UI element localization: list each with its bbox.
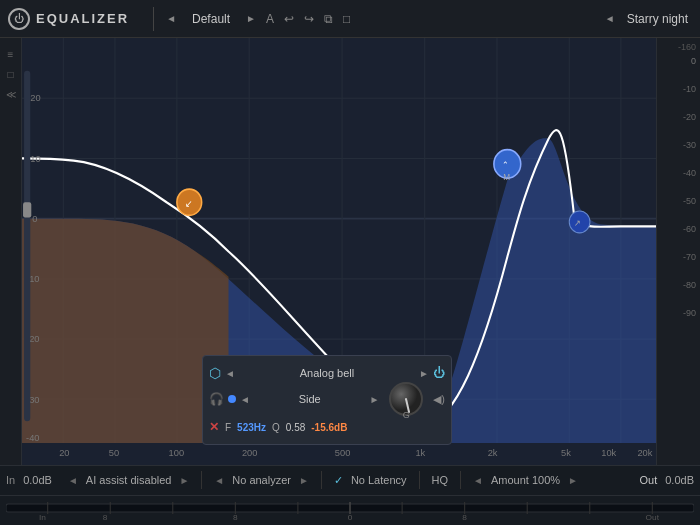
freq-value: 523Hz [237, 422, 266, 433]
freq-label: F [225, 422, 231, 433]
amount-prev[interactable]: ◄ [473, 475, 483, 486]
header-icon-e[interactable]: □ [341, 10, 352, 28]
svg-text:8: 8 [233, 513, 238, 520]
meter-svg: In 8 8 0 8 Out [6, 500, 694, 520]
logo-icon: ⏻ [8, 8, 30, 30]
close-band-btn[interactable]: ✕ [209, 420, 219, 434]
scale-label-20: -20 [657, 112, 700, 140]
volume-icon[interactable]: ◀) [433, 393, 445, 406]
starry-prev-arrow[interactable]: ◄ [601, 11, 619, 26]
amount-next[interactable]: ► [568, 475, 578, 486]
filter-type-icon[interactable]: ⬡ [209, 365, 221, 381]
preset-label: Default [184, 12, 238, 26]
scale-label-70: -70 [657, 252, 700, 280]
hq-label[interactable]: HQ [432, 474, 449, 486]
out-value: 0.0dB [665, 474, 694, 486]
filter-next[interactable]: ► [419, 368, 429, 379]
separator-4 [460, 471, 461, 489]
svg-text:100: 100 [169, 447, 184, 458]
svg-text:Out: Out [646, 513, 660, 520]
headphone-icon[interactable]: 🎧 [209, 392, 224, 406]
channel-label: Side [254, 393, 366, 405]
preset-nav: ◄ Default ► [162, 11, 260, 26]
header-icon-b[interactable]: ↩ [282, 10, 296, 28]
header: ⏻ EQUALIZER ◄ Default ► A ↩ ↪ ⧉ □ ◄ Star… [0, 0, 700, 38]
svg-text:0: 0 [348, 513, 353, 520]
header-action-icons: A ↩ ↪ ⧉ □ [264, 10, 352, 28]
analyzer-prev[interactable]: ◄ [214, 475, 224, 486]
channel-next[interactable]: ► [369, 394, 379, 405]
gain-slider-thumb[interactable] [23, 202, 31, 217]
app-title: EQUALIZER [36, 11, 129, 26]
filter-type-label: Analog bell [239, 367, 415, 379]
latency-label: No Latency [351, 474, 407, 486]
ai-prev-arrow[interactable]: ◄ [68, 475, 78, 486]
svg-text:1k: 1k [415, 447, 425, 458]
q-value: 0.58 [286, 422, 305, 433]
header-divider [153, 7, 154, 31]
svg-text:8: 8 [462, 513, 467, 520]
scale-label-90: -90 [657, 308, 700, 336]
analyzer-label: No analyzer [232, 474, 291, 486]
gain-knob[interactable]: G [387, 380, 425, 418]
bottom-bar: In 0.0dB ◄ AI assist disabled ► ◄ No ana… [0, 465, 700, 525]
db-value: -15.6dB [311, 422, 347, 433]
starry-preset-name: Starry night [623, 12, 692, 26]
meter-row: In 8 8 0 8 Out [0, 496, 700, 525]
in-label: In [6, 474, 15, 486]
svg-text:-40: -40 [26, 432, 39, 443]
left-controls: ≡ □ ≪ [0, 38, 22, 465]
separator-1 [201, 471, 202, 489]
separator-2 [321, 471, 322, 489]
svg-text:8: 8 [103, 513, 108, 520]
svg-text:⌃: ⌃ [502, 160, 510, 170]
svg-text:5k: 5k [561, 447, 571, 458]
band-popup-panel: ⬡ ◄ Analog bell ► ⏻ 🎧 ◄ Side ► [202, 355, 452, 445]
header-icon-a[interactable]: A [264, 10, 276, 28]
logo: ⏻ EQUALIZER [8, 8, 129, 30]
left-btn-1[interactable]: ≡ [3, 46, 19, 62]
svg-text:200: 200 [242, 447, 257, 458]
svg-text:↗: ↗ [574, 218, 582, 228]
scale-label-10: -10 [657, 84, 700, 112]
ai-next-arrow[interactable]: ► [179, 475, 189, 486]
popup-row-2: 🎧 ◄ Side ► [209, 388, 445, 410]
filter-power-btn[interactable]: ⏻ [433, 366, 445, 380]
separator-3 [419, 471, 420, 489]
knob-label: G [403, 410, 410, 420]
q-label: Q [272, 422, 280, 433]
svg-text:10: 10 [30, 152, 40, 163]
main-container: ≡ □ ≪ [0, 38, 700, 465]
scale-label-0: 0 [657, 56, 700, 84]
filter-prev[interactable]: ◄ [225, 368, 235, 379]
gain-slider-track [24, 71, 30, 421]
svg-text:2k: 2k [488, 447, 498, 458]
svg-text:0: 0 [32, 213, 37, 224]
scale-label-60: -60 [657, 224, 700, 252]
preset-next-arrow[interactable]: ► [242, 11, 260, 26]
ai-label: AI assist disabled [86, 474, 172, 486]
header-icon-d[interactable]: ⧉ [322, 10, 335, 28]
channel-color-dot [228, 395, 236, 403]
left-btn-2[interactable]: □ [3, 66, 19, 82]
svg-text:50: 50 [109, 447, 119, 458]
scale-label-160: -160 [657, 42, 700, 56]
bottom-status-row: In 0.0dB ◄ AI assist disabled ► ◄ No ana… [0, 466, 700, 496]
app-window: ⏻ EQUALIZER ◄ Default ► A ↩ ↪ ⧉ □ ◄ Star… [0, 0, 700, 525]
svg-text:↙: ↙ [185, 197, 193, 208]
left-btn-3[interactable]: ≪ [3, 86, 19, 102]
eq-area[interactable]: 20 10 0 -10 -20 -30 -40 20 50 100 200 50… [22, 38, 656, 465]
channel-prev[interactable]: ◄ [240, 394, 250, 405]
scale-label-80: -80 [657, 280, 700, 308]
analyzer-next[interactable]: ► [299, 475, 309, 486]
preset-prev-arrow[interactable]: ◄ [162, 11, 180, 26]
in-value: 0.0dB [23, 474, 52, 486]
latency-check: ✓ [334, 474, 343, 487]
scale-label-50: -50 [657, 196, 700, 224]
svg-text:20: 20 [59, 447, 69, 458]
svg-text:10k: 10k [601, 447, 616, 458]
scale-label-30: -30 [657, 140, 700, 168]
header-right: ◄ Starry night [601, 11, 692, 26]
header-icon-c[interactable]: ↪ [302, 10, 316, 28]
svg-text:20: 20 [30, 92, 40, 103]
